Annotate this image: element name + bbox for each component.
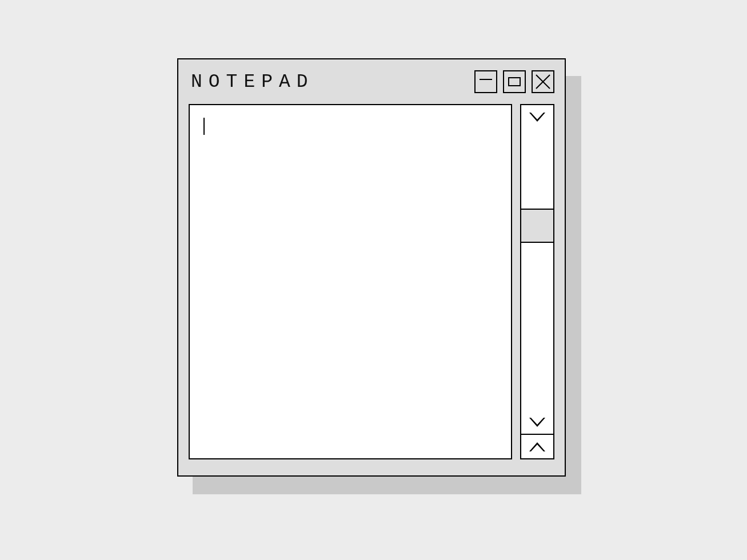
text-editor[interactable] [189,104,512,459]
minimize-button[interactable] [474,70,497,93]
maximize-icon [508,77,521,86]
scrollbar-track[interactable] [520,129,554,410]
titlebar[interactable]: NOTEPAD [178,59,565,104]
scroll-up-button[interactable] [520,434,554,459]
scroll-down-button-2[interactable] [520,409,554,435]
maximize-button[interactable] [503,70,526,93]
vertical-scrollbar [520,104,554,459]
window-title: NOTEPAD [191,71,314,93]
chevron-up-icon [529,442,545,451]
scroll-down-button[interactable] [520,104,554,130]
chevron-down-icon [529,418,545,427]
text-cursor-icon [203,118,205,135]
minimize-icon [480,79,492,80]
content-area [189,104,554,459]
window-buttons [474,70,554,93]
notepad-window: NOTEPAD [177,58,566,477]
chevron-down-icon [529,113,545,122]
close-button[interactable] [532,70,554,93]
